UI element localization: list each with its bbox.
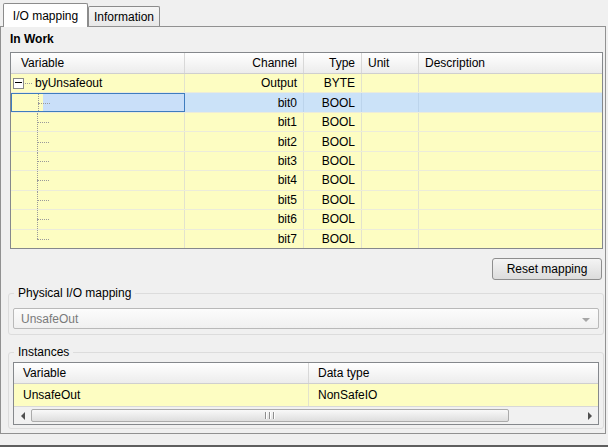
description-cell[interactable] — [419, 171, 602, 189]
header-channel: Channel — [185, 53, 304, 73]
reset-mapping-label: Reset mapping — [507, 262, 588, 276]
channel-cell[interactable]: bit3 — [185, 152, 304, 170]
unit-cell[interactable] — [362, 93, 419, 111]
type-cell[interactable]: BYTE — [304, 74, 362, 92]
description-cell[interactable] — [419, 210, 602, 228]
tree-line — [37, 180, 49, 181]
type-cell[interactable]: BOOL — [304, 132, 362, 150]
description-cell[interactable] — [419, 191, 602, 209]
io-mapping-window: I/O mapping Information In Work Variable… — [0, 0, 608, 447]
type-cell[interactable]: BOOL — [304, 152, 362, 170]
tab-io-mapping[interactable]: I/O mapping — [3, 3, 88, 27]
tab-io-mapping-label: I/O mapping — [13, 9, 78, 23]
variable-cell[interactable] — [11, 113, 185, 131]
unit-cell[interactable] — [362, 74, 419, 92]
io-mapping-table: Variable Channel Type Unit Description b… — [10, 52, 603, 249]
table-row-bit1[interactable]: bit1 BOOL — [11, 113, 602, 132]
channel-cell[interactable]: bit0 — [185, 93, 304, 111]
description-cell[interactable] — [419, 132, 602, 150]
scroll-left-button[interactable] — [14, 407, 31, 424]
channel-cell[interactable]: bit5 — [185, 191, 304, 209]
header-variable: Variable — [11, 53, 185, 73]
unit-cell[interactable] — [362, 230, 419, 248]
table-row-byUnsafeout[interactable]: byUnsafeout Output BYTE — [11, 74, 602, 93]
tab-information[interactable]: Information — [88, 6, 160, 27]
tree-line — [37, 239, 49, 240]
tree-line — [37, 122, 49, 123]
variable-cell-focused[interactable] — [11, 93, 185, 111]
tree-line — [37, 161, 49, 162]
channel-cell[interactable]: Output — [185, 74, 304, 92]
channel-cell[interactable]: bit4 — [185, 171, 304, 189]
description-cell[interactable] — [419, 152, 602, 170]
unit-cell[interactable] — [362, 191, 419, 209]
header-data-type: Data type — [309, 363, 598, 383]
type-cell[interactable]: BOOL — [304, 230, 362, 248]
description-cell[interactable] — [419, 74, 602, 92]
unit-cell[interactable] — [362, 210, 419, 228]
type-cell[interactable]: BOOL — [304, 191, 362, 209]
table-row-bit7[interactable]: bit7 BOOL — [11, 230, 602, 248]
variable-cell[interactable] — [11, 152, 185, 170]
instances-row-UnsafeOut[interactable]: UnsafeOut NonSafeIO — [14, 384, 598, 406]
table-row-bit5[interactable]: bit5 BOOL — [11, 191, 602, 210]
variable-label: byUnsafeout — [35, 76, 102, 90]
horizontal-scrollbar[interactable] — [14, 406, 598, 424]
table-row-bit3[interactable]: bit3 BOOL — [11, 152, 602, 171]
unit-cell[interactable] — [362, 171, 419, 189]
scroll-right-icon — [588, 412, 592, 420]
channel-cell[interactable]: bit6 — [185, 210, 304, 228]
variable-cell[interactable] — [11, 191, 185, 209]
tab-page-panel: In Work Variable Channel Type Unit Descr… — [0, 26, 606, 434]
tree-line — [37, 219, 49, 220]
variable-cell[interactable] — [11, 132, 185, 150]
instance-variable-cell[interactable]: UnsafeOut — [14, 384, 309, 406]
unit-cell[interactable] — [362, 132, 419, 150]
reset-mapping-button[interactable]: Reset mapping — [492, 258, 602, 280]
scroll-left-icon — [21, 412, 25, 420]
description-cell[interactable] — [419, 230, 602, 248]
physical-io-mapping-combobox[interactable]: UnsafeOut — [13, 308, 599, 329]
variable-cell[interactable] — [11, 171, 185, 189]
combobox-value: UnsafeOut — [21, 312, 78, 326]
table-row-bit2[interactable]: bit2 BOOL — [11, 132, 602, 151]
instances-group: Instances Variable Data type UnsafeOut N… — [8, 352, 604, 429]
tab-information-label: Information — [94, 10, 154, 24]
io-table-header-row: Variable Channel Type Unit Description — [11, 53, 602, 74]
type-cell[interactable]: BOOL — [304, 93, 362, 111]
scrollbar-thumb[interactable] — [31, 409, 509, 422]
header-variable: Variable — [14, 363, 309, 383]
unit-cell[interactable] — [362, 113, 419, 131]
collapse-icon[interactable] — [13, 78, 24, 89]
description-cell[interactable] — [419, 113, 602, 131]
chevron-down-icon[interactable] — [582, 318, 590, 322]
table-row-bit4[interactable]: bit4 BOOL — [11, 171, 602, 190]
instance-data-type-cell[interactable]: NonSafeIO — [309, 384, 598, 406]
physical-io-mapping-label: Physical I/O mapping — [14, 286, 135, 301]
type-cell[interactable]: BOOL — [304, 113, 362, 131]
variable-cell[interactable]: byUnsafeout — [11, 74, 185, 92]
tree-line — [37, 230, 38, 239]
physical-io-mapping-group: Physical I/O mapping UnsafeOut — [8, 293, 604, 335]
header-type: Type — [304, 53, 362, 73]
channel-cell[interactable]: bit7 — [185, 230, 304, 248]
instances-table: Variable Data type UnsafeOut NonSafeIO — [13, 362, 599, 425]
description-cell[interactable] — [419, 93, 602, 111]
section-title: In Work — [10, 32, 54, 46]
variable-cell[interactable] — [11, 210, 185, 228]
instances-label: Instances — [14, 345, 73, 360]
table-row-bit0[interactable]: bit0 BOOL — [11, 93, 602, 112]
tree-line — [38, 103, 50, 104]
header-unit: Unit — [362, 53, 419, 73]
instances-header-row: Variable Data type — [14, 363, 598, 384]
channel-cell[interactable]: bit2 — [185, 132, 304, 150]
type-cell[interactable]: BOOL — [304, 210, 362, 228]
tree-line — [37, 200, 49, 201]
scroll-right-button[interactable] — [581, 407, 598, 424]
table-row-bit6[interactable]: bit6 BOOL — [11, 210, 602, 229]
tree-connector — [25, 83, 32, 84]
unit-cell[interactable] — [362, 152, 419, 170]
type-cell[interactable]: BOOL — [304, 171, 362, 189]
variable-cell[interactable] — [11, 230, 185, 248]
channel-cell[interactable]: bit1 — [185, 113, 304, 131]
